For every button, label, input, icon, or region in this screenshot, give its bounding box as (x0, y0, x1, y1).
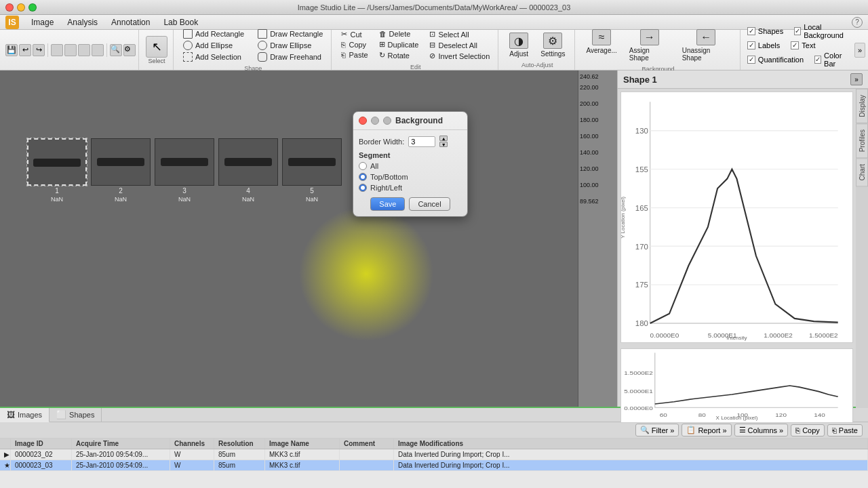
right-panel-header: Shape 1 » (618, 70, 868, 89)
labels-checkbox[interactable] (747, 41, 755, 49)
close-button[interactable] (5, 3, 14, 12)
lane-2[interactable]: 2 NaN (91, 138, 151, 203)
lane-image-2[interactable] (91, 138, 151, 186)
dialog-max-button[interactable] (383, 117, 391, 125)
table-row-1[interactable]: ▶ 0000023_02 25-Jan-2010 09:54:09... W 8… (0, 449, 868, 460)
select-button[interactable]: ↖ (146, 36, 167, 58)
border-width-stepper[interactable]: ▲ ▼ (439, 136, 448, 147)
lane-image-1[interactable] (27, 138, 87, 186)
radio-all[interactable] (359, 162, 367, 170)
dialog-save-button[interactable]: Save (370, 197, 405, 211)
menu-annotation[interactable]: Annotation (106, 16, 155, 28)
menu-analysis[interactable]: Analysis (62, 16, 103, 28)
print-icon[interactable] (51, 44, 63, 56)
panel-expand-button[interactable]: » (850, 73, 863, 85)
window-controls[interactable] (5, 3, 37, 12)
menu-labbook[interactable]: Lab Book (158, 16, 203, 28)
tab-shapes[interactable]: ⬜ Shapes (50, 408, 102, 422)
add-selection-button[interactable]: Add Selection (180, 52, 247, 62)
average-button[interactable]: ≈ Average... (582, 28, 620, 63)
tab-display[interactable]: Display (856, 89, 868, 123)
draw-rectangle-button[interactable]: Draw Rectangle (255, 28, 326, 39)
rotate-button[interactable]: ↻ Rotate (376, 50, 422, 60)
zoom-icon[interactable]: 🔍 (110, 44, 122, 56)
tab-profiles[interactable]: Profiles (856, 123, 868, 158)
paste-button[interactable]: ⎗ Paste (338, 50, 370, 60)
lane-4[interactable]: 4 NaN (218, 138, 278, 203)
redo-icon[interactable]: ↪ (33, 44, 45, 56)
grid-icon2[interactable] (78, 44, 90, 56)
add-rectangle-button[interactable]: Add Rectangle (180, 28, 247, 39)
svg-text:180: 180 (635, 319, 648, 327)
invert-selection-button[interactable]: ⊘ Invert Selection (427, 51, 492, 61)
border-width-input[interactable] (408, 136, 435, 147)
assign-shape-button[interactable]: → Assign Shape (625, 28, 674, 63)
colorbar-checkbox[interactable] (814, 56, 821, 64)
deselect-all-button[interactable]: ⊟ Deselect All (427, 40, 492, 50)
quant-checkbox[interactable] (747, 56, 755, 64)
settings-icon[interactable]: ⚙ (123, 44, 136, 56)
table-header: Image ID Acquire Time Channels Resolutio… (0, 439, 868, 449)
lane-5[interactable]: 5 NaN (282, 138, 342, 203)
duplicate-button[interactable]: ⊞ Duplicate (376, 39, 422, 49)
show-labels[interactable]: Labels (747, 41, 780, 49)
lane-3[interactable]: 3 NaN (155, 138, 214, 203)
svg-text:80: 80 (698, 413, 706, 419)
lane-image-3[interactable] (155, 138, 214, 186)
local-bg-checkbox[interactable] (794, 27, 801, 35)
copy-button[interactable]: ⎘ Copy (338, 40, 370, 49)
lane-image-5[interactable] (282, 138, 342, 186)
filter-button[interactable]: 🔍 Filter » (635, 424, 679, 436)
unassign-shape-button[interactable]: ← Unassign Shape (678, 28, 734, 63)
lane-image-4[interactable] (218, 138, 278, 186)
dialog-close-button[interactable] (359, 117, 367, 125)
draw-freehand-label: Draw Freehand (270, 53, 321, 61)
adjust-button[interactable]: ◑ Adjust (505, 31, 532, 59)
dialog-cancel-button[interactable]: Cancel (409, 197, 450, 211)
canvas-area[interactable]: 240.62 220.00 200.00 180.00 160.00 140.0… (0, 70, 617, 407)
maximize-button[interactable] (28, 3, 37, 12)
cut-button[interactable]: ✂ Cut (338, 29, 370, 39)
copy-bottom-button[interactable]: ⎘ Copy (791, 424, 825, 436)
shape-section: Add Rectangle Add Ellipse Add Selection … (175, 30, 332, 70)
lane-1[interactable]: 1 NaN (27, 138, 87, 203)
edit-left-group: ✂ Cut ⎘ Copy ⎗ Paste (338, 29, 370, 61)
tab-chart[interactable]: Chart (856, 158, 868, 186)
radio-right-left[interactable] (359, 184, 367, 192)
add-ellipse-button[interactable]: Add Ellipse (180, 40, 247, 51)
draw-freehand-icon (258, 52, 267, 62)
show-color-bar[interactable]: Color Bar (814, 52, 845, 68)
show-shapes[interactable]: Shapes (747, 23, 783, 39)
undo-icon[interactable]: ↩ (19, 44, 31, 56)
shapes-checkbox[interactable] (747, 27, 755, 35)
columns-button[interactable]: ☰ Columns » (734, 424, 789, 436)
draw-ellipse-button[interactable]: Draw Ellipse (255, 40, 326, 51)
report-button[interactable]: 📋 Report » (682, 424, 731, 436)
scale-value-7: 120.00 (580, 165, 616, 172)
grid-icon1[interactable] (64, 44, 77, 56)
help-button[interactable]: ? (852, 17, 863, 28)
minimize-button[interactable] (17, 3, 25, 12)
select-all-button[interactable]: ⊡ Select All (427, 29, 492, 39)
option-top-bottom[interactable]: Top/Bottom (359, 173, 462, 181)
paste-bottom-button[interactable]: ⎗ Paste (827, 424, 863, 436)
option-right-left[interactable]: Right/Left (359, 184, 462, 192)
stepper-up[interactable]: ▲ (439, 136, 448, 141)
delete-button[interactable]: 🗑 Delete (376, 29, 422, 39)
show-quantification[interactable]: Quantification (747, 52, 804, 68)
tab-images[interactable]: 🖼 Images (0, 408, 50, 422)
radio-top-bottom[interactable] (359, 173, 367, 181)
table-row-2[interactable]: ★ 0000023_03 25-Jan-2010 09:54:09... W 8… (0, 460, 868, 471)
menu-image[interactable]: Image (26, 16, 59, 28)
more-button[interactable]: » (854, 43, 865, 58)
show-local-background[interactable]: Local Background (794, 23, 845, 39)
dialog-min-button[interactable] (371, 117, 379, 125)
text-checkbox[interactable] (791, 41, 799, 49)
save-icon[interactable]: 💾 (5, 44, 18, 56)
stepper-down[interactable]: ▼ (439, 142, 448, 147)
show-text[interactable]: Text (791, 41, 815, 49)
export-icon[interactable] (92, 44, 104, 56)
option-all[interactable]: All (359, 162, 462, 170)
settings-button[interactable]: ⚙ Settings (536, 31, 569, 59)
draw-freehand-button[interactable]: Draw Freehand (255, 52, 326, 62)
